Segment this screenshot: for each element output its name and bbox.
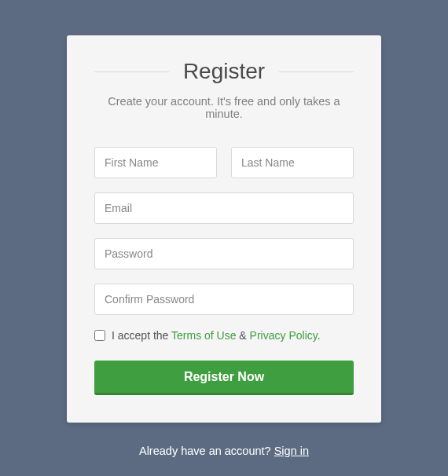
signin-link[interactable]: Sign in (274, 445, 309, 457)
name-row (94, 147, 354, 178)
terms-of-use-link[interactable]: Terms of Use (171, 329, 236, 342)
password-field-wrapper (94, 238, 354, 269)
terms-prefix: I accept the (112, 329, 171, 342)
confirm-password-input[interactable] (94, 284, 354, 315)
terms-checkbox[interactable] (94, 330, 105, 341)
divider-right (279, 71, 354, 72)
last-name-input[interactable] (231, 147, 354, 178)
signin-text: Already have an account? (139, 445, 274, 457)
privacy-policy-link[interactable]: Privacy Policy (250, 329, 318, 342)
confirm-password-field-wrapper (94, 284, 354, 315)
divider-left (94, 71, 169, 72)
terms-text: I accept the Terms of Use & Privacy Poli… (112, 329, 321, 342)
terms-separator: & (236, 329, 249, 342)
signin-row: Already have an account? Sign in (139, 445, 309, 457)
subtitle: Create your account. It's free and only … (94, 95, 354, 120)
header-row: Register (94, 59, 354, 84)
first-name-input[interactable] (94, 147, 217, 178)
register-card: Register Create your account. It's free … (67, 35, 381, 423)
password-input[interactable] (94, 238, 354, 269)
terms-row: I accept the Terms of Use & Privacy Poli… (94, 329, 354, 342)
page-title: Register (169, 59, 279, 84)
email-field-wrapper (94, 192, 354, 224)
email-input[interactable] (94, 192, 354, 224)
register-button[interactable]: Register Now (94, 361, 354, 395)
terms-suffix: . (318, 329, 321, 342)
